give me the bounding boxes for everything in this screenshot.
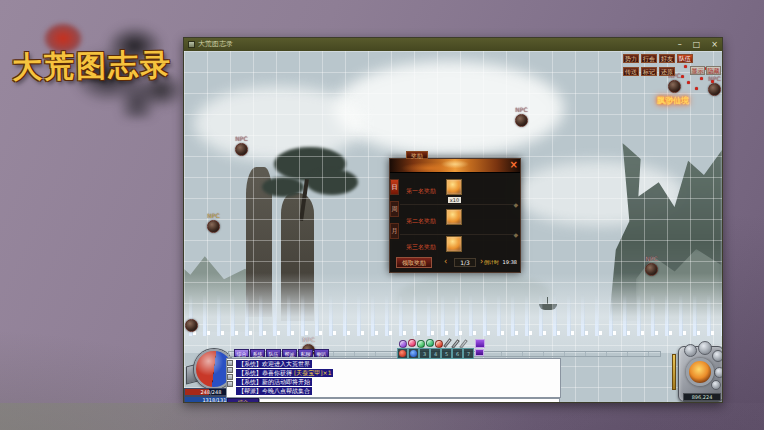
- chat-item-link[interactable]: [天蚕宝甲]×1: [294, 369, 332, 376]
- chat-channel-dropdown[interactable]: 综合: [227, 398, 259, 402]
- chat-message: 【帮派】今晚八点帮战集合: [236, 387, 312, 395]
- map-marker[interactable]: [185, 319, 198, 332]
- map-action-button[interactable]: 还原: [659, 67, 675, 76]
- chat-input-row: 综合: [227, 398, 560, 402]
- main-menu-orb[interactable]: [686, 358, 714, 386]
- dialog-close-icon[interactable]: ×: [510, 159, 518, 170]
- hotbar-key: 6: [456, 351, 459, 357]
- hotbar-slot[interactable]: 5: [441, 348, 452, 359]
- chat-message: 【系统】恭喜你获得 [天蚕宝甲]×1: [236, 369, 333, 377]
- map-action-button[interactable]: 传送: [623, 67, 639, 76]
- map-filter-button[interactable]: 好友: [659, 54, 675, 63]
- map-viewport[interactable]: NPC NPC NPC NPC NPC NPC NPC 飘渺仙境 势力 行会 好…: [184, 51, 722, 402]
- chat-tab[interactable]: 队伍: [266, 349, 281, 357]
- player-dot: [700, 77, 703, 80]
- chat-tab[interactable]: 系统: [250, 349, 265, 357]
- bag-icon[interactable]: [475, 349, 484, 356]
- menu-satellite-button[interactable]: [712, 350, 722, 362]
- chat-text: 【系统】新的活动即将开始: [238, 378, 310, 385]
- map-filter-button[interactable]: 行会: [641, 54, 657, 63]
- map-toggle-button[interactable]: 显示: [690, 66, 705, 75]
- claim-reward-button[interactable]: 领取奖励: [396, 257, 432, 268]
- hotbar-slot[interactable]: [397, 348, 408, 359]
- rewards-dialog: 奖励 × 日 周 月 第一名奖励 x10 ◆ 第二名奖励 ◆ 第三名奖励 领取奖…: [389, 158, 521, 273]
- chat-text: 【帮派】今晚八点帮战集合: [238, 387, 310, 394]
- chat-tab[interactable]: 喇叭: [314, 349, 329, 357]
- reward-label: 第三名奖励: [406, 243, 436, 252]
- npc-marker[interactable]: NPC: [207, 220, 220, 233]
- light-wall-effect: [184, 294, 722, 336]
- hotbar-slot[interactable]: [408, 348, 419, 359]
- menu-satellite-button[interactable]: [698, 341, 712, 355]
- npc-marker[interactable]: NPC: [645, 263, 658, 276]
- chat-text: 【系统】欢迎进入大荒世界: [238, 360, 310, 367]
- buff-icon[interactable]: [426, 339, 434, 347]
- chat-input[interactable]: [259, 398, 560, 402]
- npc-label: NPC: [302, 336, 314, 343]
- menu-satellite-button[interactable]: [714, 367, 722, 378]
- npc-marker[interactable]: NPC: [668, 80, 681, 93]
- reward-count: x10: [448, 197, 461, 203]
- reward-item-icon[interactable]: [446, 209, 462, 225]
- map-toggle-button[interactable]: 隐藏: [706, 66, 721, 75]
- dialog-header-banner: [390, 159, 520, 173]
- reward-label: 第二名奖励: [406, 217, 436, 226]
- game-logo: 大荒图志录: [6, 4, 206, 124]
- chat-tab-strip: 综合 系统 队伍 帮派 私聊 喇叭: [234, 349, 329, 357]
- npc-marker[interactable]: NPC: [235, 143, 248, 156]
- game-window: 大荒图志录 – □ × NPC NPC NPC: [183, 37, 723, 403]
- chat-mini-button[interactable]: [227, 367, 233, 373]
- window-titlebar[interactable]: 大荒图志录 – □ ×: [184, 38, 722, 51]
- chat-mini-button[interactable]: [227, 381, 233, 387]
- map-filter-button[interactable]: 势力: [623, 54, 639, 63]
- hotbar-slot[interactable]: 4: [430, 348, 441, 359]
- npc-marker[interactable]: NPC: [708, 83, 721, 96]
- chat-scrollbar[interactable]: [672, 354, 676, 390]
- dialog-side-tab[interactable]: 月: [390, 223, 399, 239]
- timer: 倒计时 19:38: [484, 259, 517, 265]
- player-dot: [687, 81, 690, 84]
- hotbar-key: 5: [445, 351, 448, 357]
- reward-item-icon[interactable]: [446, 236, 462, 252]
- chat-tab[interactable]: 综合: [234, 349, 249, 357]
- page-prev-icon[interactable]: ‹: [444, 257, 447, 266]
- chat-mini-button[interactable]: [227, 360, 233, 366]
- close-button[interactable]: ×: [711, 39, 718, 51]
- timer-value: 19:38: [503, 259, 517, 265]
- buff-icon[interactable]: [417, 340, 425, 348]
- map-action-button[interactable]: 标记: [641, 67, 657, 76]
- hotbar-key: 4: [434, 351, 437, 357]
- player-dot: [684, 65, 687, 68]
- maximize-button[interactable]: □: [693, 39, 701, 51]
- potion-icon: [410, 350, 417, 357]
- logo-title: 大荒图志录: [12, 45, 173, 89]
- bag-icon[interactable]: [475, 339, 485, 348]
- menu-satellite-button[interactable]: [684, 344, 697, 357]
- chat-mini-button[interactable]: [227, 374, 233, 380]
- npc-marker[interactable]: NPC: [515, 114, 528, 127]
- chat-tab[interactable]: 私聊: [298, 349, 313, 357]
- dialog-side-tab[interactable]: 周: [390, 201, 399, 217]
- buff-icon[interactable]: [435, 340, 443, 348]
- player-dot: [695, 87, 698, 90]
- player-dot: [681, 75, 684, 78]
- window-icon: [188, 41, 195, 48]
- dialog-side-tab[interactable]: 日: [390, 179, 399, 195]
- buff-icon[interactable]: [408, 339, 416, 347]
- page-next-icon[interactable]: ›: [480, 257, 483, 266]
- reward-item-icon[interactable]: [446, 179, 462, 195]
- chat-tab[interactable]: 帮派: [282, 349, 297, 357]
- npc-label: NPC: [235, 135, 247, 142]
- map-filter-button-selected[interactable]: 队伍: [677, 54, 693, 63]
- chat-message: 【系统】新的活动即将开始: [236, 378, 312, 386]
- minimize-button[interactable]: –: [678, 39, 682, 51]
- timer-label: 倒计时: [484, 259, 499, 265]
- hotbar-slot[interactable]: 7: [463, 348, 474, 359]
- hotbar-slot[interactable]: 3: [419, 348, 430, 359]
- buff-icon[interactable]: [399, 340, 407, 348]
- player-dot: [711, 80, 714, 83]
- hotbar-slot[interactable]: 6: [452, 348, 463, 359]
- dialog-tab[interactable]: 奖励: [406, 151, 428, 159]
- reward-label: 第一名奖励: [406, 187, 436, 196]
- menu-satellite-button[interactable]: [711, 380, 721, 390]
